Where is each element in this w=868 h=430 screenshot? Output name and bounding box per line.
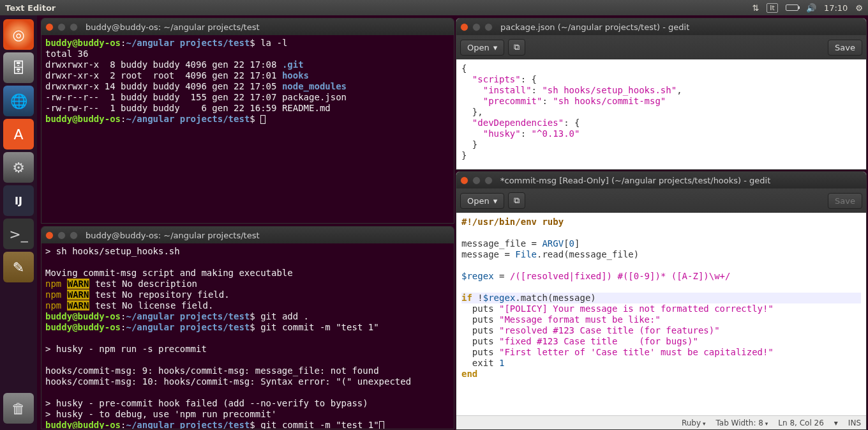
gedit1-titlebar[interactable]: package.json (~/angular projects/test) -… [456,19,866,35]
maximize-icon[interactable] [70,231,78,240]
minimize-icon[interactable] [57,23,66,31]
intellij-icon[interactable]: IJ [3,185,34,216]
gear-icon[interactable]: ⚙ [855,3,863,13]
terminal2-title: buddy@buddy-os: ~/angular projects/test [86,231,260,240]
maximize-icon[interactable] [484,176,493,185]
trash-icon[interactable]: 🗑 [3,393,34,424]
close-icon[interactable] [45,231,54,240]
close-icon[interactable] [460,23,468,31]
gedit1-toolbar: Open▾ ⧉ Save [456,35,866,59]
cursor-position: Ln 8, Col 26 [778,418,824,427]
terminal1-titlebar[interactable]: buddy@buddy-os: ~/angular projects/test [41,19,454,35]
open-button[interactable]: Open▾ [460,40,504,56]
terminal-window-2[interactable]: buddy@buddy-os: ~/angular projects/test … [41,226,454,429]
sound-icon[interactable]: 🔊 [806,3,816,13]
battery-icon[interactable] [786,4,798,11]
chevron-down-icon: ▾ [493,196,498,206]
overwrite-toggle[interactable]: ▾ [834,418,838,427]
close-icon[interactable] [460,176,468,185]
gedit-statusbar: Ruby Tab Width: 8 Ln 8, Col 26 ▾ INS [456,415,866,429]
terminal1-body[interactable]: buddy@buddy-os:~/angular projects/test$ … [41,35,454,127]
close-icon[interactable] [45,23,54,31]
terminal2-titlebar[interactable]: buddy@buddy-os: ~/angular projects/test [41,227,454,243]
terminal1-title: buddy@buddy-os: ~/angular projects/test [86,22,260,32]
minimize-icon[interactable] [472,23,481,31]
settings-icon[interactable]: ⚙ [3,152,34,183]
language-selector[interactable]: Ruby [682,418,706,427]
network-icon[interactable]: ⇅ [752,3,759,13]
dash-icon[interactable]: ◎ [3,19,34,50]
gedit2-title: *commit-msg [Read-Only] (~/angular proje… [500,176,770,185]
minimize-icon[interactable] [57,231,66,240]
top-menu-bar: Text Editor ⇅ It 🔊 17:10 ⚙ [0,0,868,15]
maximize-icon[interactable] [70,23,78,31]
tabwidth-selector[interactable]: Tab Width: 8 [715,418,768,427]
gedit2-toolbar: Open▾ ⧉ Save [456,188,866,213]
clock[interactable]: 17:10 [824,3,848,13]
minimize-icon[interactable] [472,176,481,185]
keyboard-indicator[interactable]: It [767,3,778,13]
firefox-icon[interactable]: 🌐 [3,86,34,116]
save-button[interactable]: Save [828,40,862,56]
terminal2-body[interactable]: > sh hooks/setup_hooks.sh Moving commit-… [41,243,454,429]
insert-mode: INS [848,418,861,427]
gedit-icon[interactable]: ✎ [3,252,34,282]
terminal-window-1[interactable]: buddy@buddy-os: ~/angular projects/test … [41,18,454,224]
new-tab-button[interactable]: ⧉ [508,39,525,56]
chevron-down-icon: ▾ [493,43,498,52]
software-center-icon[interactable]: A [3,119,34,150]
unity-launcher: ◎ 🗄 🌐 A ⚙ IJ >_ ✎ 🗑 [0,15,37,430]
new-tab-button[interactable]: ⧉ [508,192,525,209]
save-button: Save [828,193,862,209]
open-button[interactable]: Open▾ [460,193,504,209]
gedit1-body[interactable]: { "scripts": { "install": "sh hooks/setu… [456,59,866,165]
gedit-window-package[interactable]: package.json (~/angular projects/test) -… [456,18,867,170]
gedit2-titlebar[interactable]: *commit-msg [Read-Only] (~/angular proje… [456,172,866,188]
terminal-icon[interactable]: >_ [3,219,34,249]
maximize-icon[interactable] [484,23,493,31]
gedit2-body[interactable]: #!/usr/bin/env ruby message_file = ARGV[… [456,213,866,383]
files-icon[interactable]: 🗄 [3,52,34,83]
gedit1-title: package.json (~/angular projects/test) -… [500,22,689,32]
app-title: Text Editor [5,3,56,13]
gedit-window-commit-msg[interactable]: *commit-msg [Read-Only] (~/angular proje… [456,171,867,430]
